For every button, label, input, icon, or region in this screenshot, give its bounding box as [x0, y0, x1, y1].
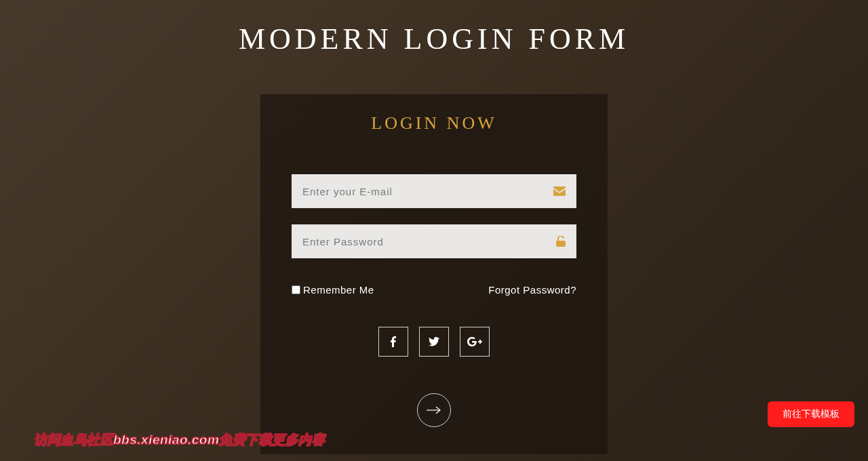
facebook-icon — [391, 336, 396, 347]
watermark-text: 访问血鸟社区bbs.xieniao.com免费下载更多内容 — [34, 431, 325, 449]
submit-button[interactable] — [417, 393, 451, 427]
login-card: LOGIN NOW Remember Me Forgot Password? — [260, 94, 608, 454]
download-template-button[interactable]: 前往下载模板 — [768, 401, 854, 427]
facebook-button[interactable] — [378, 327, 408, 357]
twitter-icon — [429, 337, 439, 346]
forgot-password-link[interactable]: Forgot Password? — [488, 284, 576, 296]
google-plus-button[interactable] — [460, 327, 490, 357]
remember-me[interactable]: Remember Me — [292, 284, 374, 296]
arrow-right-icon — [427, 406, 441, 414]
card-title: LOGIN NOW — [292, 113, 576, 134]
remember-checkbox[interactable] — [292, 285, 300, 294]
page-title: MODERN LOGIN FORM — [0, 0, 868, 56]
social-row — [292, 327, 576, 357]
options-row: Remember Me Forgot Password? — [292, 284, 576, 296]
unlock-icon — [556, 236, 566, 247]
email-field-wrapper — [292, 174, 576, 208]
google-plus-icon — [467, 337, 482, 346]
envelope-icon — [553, 186, 566, 196]
email-field[interactable] — [292, 174, 576, 208]
remember-label: Remember Me — [303, 284, 374, 296]
password-field[interactable] — [292, 224, 576, 258]
password-field-wrapper — [292, 224, 576, 258]
twitter-button[interactable] — [419, 327, 449, 357]
